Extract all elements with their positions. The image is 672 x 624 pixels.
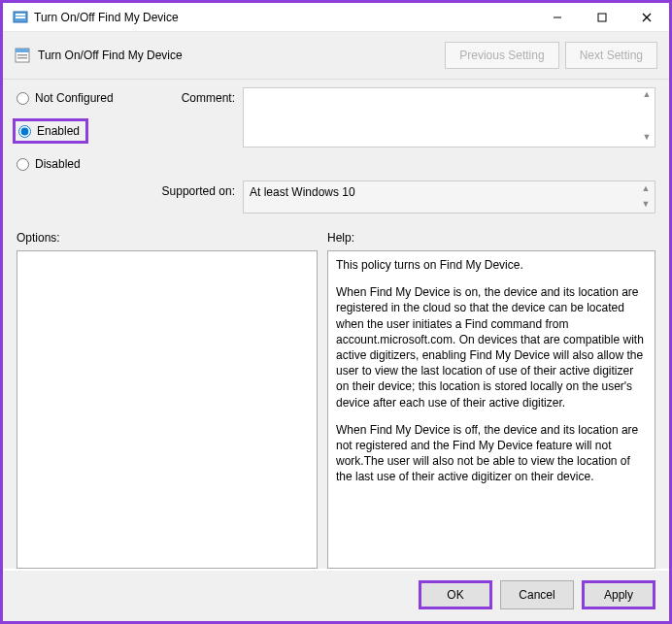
- help-header: Help:: [327, 231, 655, 245]
- close-button[interactable]: [624, 3, 669, 32]
- svg-rect-10: [17, 57, 27, 59]
- help-text: When Find My Device is on, the device an…: [336, 284, 647, 411]
- panels: This policy turns on Find My Device. Whe…: [3, 250, 669, 569]
- options-panel: [17, 250, 318, 569]
- radio-not-configured[interactable]: Not Configured: [17, 91, 152, 105]
- supported-on-text: At least Windows 10: [250, 185, 355, 199]
- help-text: This policy turns on Find My Device.: [336, 257, 647, 273]
- policy-icon: [15, 48, 30, 63]
- svg-rect-9: [17, 54, 27, 56]
- state-and-comment: Not Configured Enabled Disabled Comment:…: [3, 80, 669, 177]
- state-radios: Not Configured Enabled Disabled: [17, 87, 152, 171]
- supported-label: Supported on:: [152, 181, 235, 198]
- policy-title: Turn On/Off Find My Device: [38, 49, 183, 62]
- radio-disabled[interactable]: Disabled: [17, 157, 152, 171]
- svg-rect-8: [16, 49, 29, 52]
- window-title: Turn On/Off Find My Device: [34, 11, 179, 24]
- toolbar: Turn On/Off Find My Device Previous Sett…: [3, 32, 669, 80]
- apply-button[interactable]: Apply: [582, 580, 655, 609]
- previous-setting-button[interactable]: Previous Setting: [445, 42, 558, 69]
- svg-rect-1: [16, 14, 25, 16]
- options-header: Options:: [17, 231, 327, 245]
- scroll-down-icon[interactable]: ▼: [640, 132, 654, 146]
- comment-label: Comment:: [152, 87, 235, 171]
- cancel-button[interactable]: Cancel: [500, 580, 574, 609]
- scroll-up-icon[interactable]: ▲: [640, 89, 654, 103]
- next-setting-button[interactable]: Next Setting: [565, 42, 657, 69]
- comment-input[interactable]: [243, 87, 655, 148]
- help-panel[interactable]: This policy turns on Find My Device. Whe…: [327, 250, 655, 569]
- footer: OK Cancel Apply: [3, 571, 669, 621]
- radio-label: Not Configured: [35, 91, 114, 105]
- ok-button[interactable]: OK: [419, 580, 492, 609]
- app-icon: [13, 10, 28, 25]
- maximize-button[interactable]: [580, 3, 624, 32]
- minimize-button[interactable]: [535, 3, 580, 32]
- radio-label: Disabled: [35, 157, 81, 171]
- svg-rect-2: [16, 16, 25, 18]
- window-controls: [535, 3, 669, 32]
- scroll-down-icon[interactable]: ▼: [639, 199, 653, 213]
- svg-rect-4: [598, 14, 606, 21]
- supported-on-value: At least Windows 10 ▲ ▼: [243, 181, 655, 213]
- radio-enabled[interactable]: Enabled: [18, 124, 80, 138]
- panel-headers: Options: Help:: [3, 223, 669, 250]
- scroll-up-icon[interactable]: ▲: [639, 183, 653, 197]
- titlebar: Turn On/Off Find My Device: [3, 3, 669, 32]
- supported-row: Supported on: At least Windows 10 ▲ ▼: [3, 177, 669, 223]
- radio-label: Enabled: [37, 124, 80, 138]
- help-text: When Find My Device is off, the device a…: [336, 422, 647, 485]
